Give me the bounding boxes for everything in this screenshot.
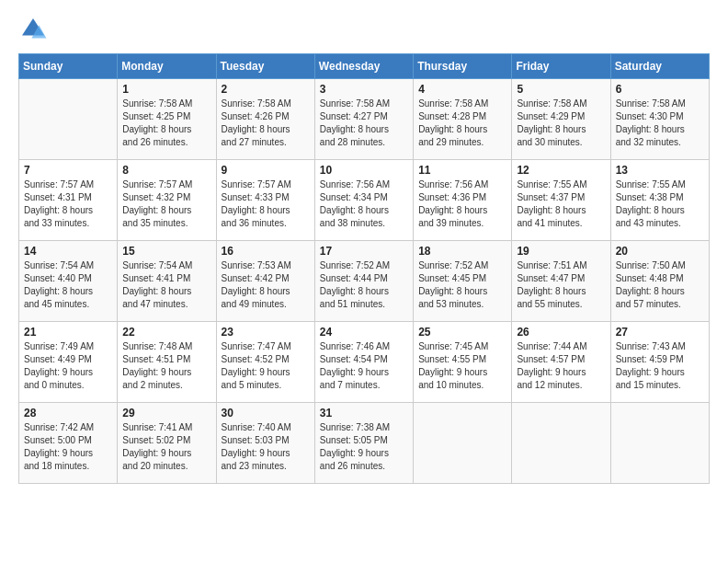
day-number: 19	[517, 245, 605, 258]
day-cell: 25Sunrise: 7:45 AM Sunset: 4:55 PM Dayli…	[414, 322, 512, 403]
day-info: Sunrise: 7:56 AM Sunset: 4:34 PM Dayligh…	[320, 178, 408, 230]
day-cell	[610, 403, 709, 484]
day-number: 30	[222, 407, 310, 419]
day-info: Sunrise: 7:45 AM Sunset: 4:55 PM Dayligh…	[418, 340, 506, 392]
day-cell: 13Sunrise: 7:55 AM Sunset: 4:38 PM Dayli…	[610, 160, 709, 241]
day-number: 14	[24, 245, 112, 258]
day-number: 26	[517, 326, 605, 339]
day-number: 25	[418, 326, 506, 339]
day-info: Sunrise: 7:40 AM Sunset: 5:03 PM Dayligh…	[222, 421, 310, 473]
day-info: Sunrise: 7:47 AM Sunset: 4:52 PM Dayligh…	[222, 340, 310, 392]
day-number: 7	[24, 164, 112, 177]
col-header-tuesday: Tuesday	[216, 54, 314, 79]
day-cell: 17Sunrise: 7:52 AM Sunset: 4:44 PM Dayli…	[314, 241, 413, 322]
day-cell: 3Sunrise: 7:58 AM Sunset: 4:27 PM Daylig…	[314, 79, 413, 160]
day-info: Sunrise: 7:52 AM Sunset: 4:45 PM Dayligh…	[418, 259, 506, 311]
day-info: Sunrise: 7:53 AM Sunset: 4:42 PM Dayligh…	[222, 259, 310, 311]
day-number: 31	[320, 407, 408, 419]
day-cell: 2Sunrise: 7:58 AM Sunset: 4:26 PM Daylig…	[216, 79, 314, 160]
day-number: 16	[222, 245, 310, 258]
day-number: 27	[616, 326, 704, 339]
day-number: 28	[24, 407, 112, 419]
day-cell: 14Sunrise: 7:54 AM Sunset: 4:40 PM Dayli…	[19, 241, 118, 322]
header	[18, 15, 710, 44]
day-number: 5	[517, 83, 605, 96]
week-row-5: 28Sunrise: 7:42 AM Sunset: 5:00 PM Dayli…	[19, 403, 710, 484]
day-info: Sunrise: 7:42 AM Sunset: 5:00 PM Dayligh…	[24, 421, 112, 473]
col-header-sunday: Sunday	[19, 54, 118, 79]
day-cell: 24Sunrise: 7:46 AM Sunset: 4:54 PM Dayli…	[314, 322, 413, 403]
day-cell: 12Sunrise: 7:55 AM Sunset: 4:37 PM Dayli…	[512, 160, 610, 241]
day-number: 24	[320, 326, 408, 339]
day-cell	[512, 403, 610, 484]
day-cell: 4Sunrise: 7:58 AM Sunset: 4:28 PM Daylig…	[414, 79, 512, 160]
day-cell: 1Sunrise: 7:58 AM Sunset: 4:25 PM Daylig…	[118, 79, 216, 160]
day-info: Sunrise: 7:57 AM Sunset: 4:32 PM Dayligh…	[122, 178, 210, 230]
day-cell: 29Sunrise: 7:41 AM Sunset: 5:02 PM Dayli…	[118, 403, 216, 484]
day-number: 22	[122, 326, 210, 339]
day-info: Sunrise: 7:56 AM Sunset: 4:36 PM Dayligh…	[418, 178, 506, 230]
day-info: Sunrise: 7:49 AM Sunset: 4:49 PM Dayligh…	[24, 340, 112, 392]
day-info: Sunrise: 7:58 AM Sunset: 4:27 PM Dayligh…	[320, 98, 408, 149]
day-number: 4	[418, 83, 506, 96]
logo	[18, 15, 51, 44]
col-header-saturday: Saturday	[610, 54, 709, 79]
day-cell: 16Sunrise: 7:53 AM Sunset: 4:42 PM Dayli…	[216, 241, 314, 322]
day-number: 12	[517, 164, 605, 177]
day-cell: 21Sunrise: 7:49 AM Sunset: 4:49 PM Dayli…	[19, 322, 118, 403]
header-row: SundayMondayTuesdayWednesdayThursdayFrid…	[19, 54, 710, 79]
day-cell: 31Sunrise: 7:38 AM Sunset: 5:05 PM Dayli…	[314, 403, 413, 484]
day-cell: 19Sunrise: 7:51 AM Sunset: 4:47 PM Dayli…	[512, 241, 610, 322]
day-number: 8	[122, 164, 210, 177]
day-number: 15	[122, 245, 210, 258]
col-header-monday: Monday	[118, 54, 216, 79]
day-info: Sunrise: 7:57 AM Sunset: 4:33 PM Dayligh…	[222, 178, 310, 230]
day-info: Sunrise: 7:57 AM Sunset: 4:31 PM Dayligh…	[24, 178, 112, 230]
day-info: Sunrise: 7:51 AM Sunset: 4:47 PM Dayligh…	[517, 259, 605, 311]
day-number: 9	[222, 164, 310, 177]
day-info: Sunrise: 7:44 AM Sunset: 4:57 PM Dayligh…	[517, 340, 605, 392]
day-number: 13	[616, 164, 704, 177]
day-cell: 30Sunrise: 7:40 AM Sunset: 5:03 PM Dayli…	[216, 403, 314, 484]
day-info: Sunrise: 7:54 AM Sunset: 4:40 PM Dayligh…	[24, 259, 112, 311]
day-info: Sunrise: 7:58 AM Sunset: 4:26 PM Dayligh…	[222, 98, 310, 149]
day-cell: 10Sunrise: 7:56 AM Sunset: 4:34 PM Dayli…	[314, 160, 413, 241]
day-number: 23	[222, 326, 310, 339]
day-cell: 5Sunrise: 7:58 AM Sunset: 4:29 PM Daylig…	[512, 79, 610, 160]
day-number: 11	[418, 164, 506, 177]
day-cell: 7Sunrise: 7:57 AM Sunset: 4:31 PM Daylig…	[19, 160, 118, 241]
day-info: Sunrise: 7:50 AM Sunset: 4:48 PM Dayligh…	[616, 259, 704, 311]
week-row-3: 14Sunrise: 7:54 AM Sunset: 4:40 PM Dayli…	[19, 241, 710, 322]
day-cell	[414, 403, 512, 484]
day-info: Sunrise: 7:58 AM Sunset: 4:28 PM Dayligh…	[418, 98, 506, 149]
day-number: 10	[320, 164, 408, 177]
day-number: 21	[24, 326, 112, 339]
day-info: Sunrise: 7:58 AM Sunset: 4:25 PM Dayligh…	[122, 98, 210, 149]
week-row-1: 1Sunrise: 7:58 AM Sunset: 4:25 PM Daylig…	[19, 79, 710, 160]
day-info: Sunrise: 7:46 AM Sunset: 4:54 PM Dayligh…	[320, 340, 408, 392]
day-info: Sunrise: 7:43 AM Sunset: 4:59 PM Dayligh…	[616, 340, 704, 392]
day-cell: 22Sunrise: 7:48 AM Sunset: 4:51 PM Dayli…	[118, 322, 216, 403]
day-cell: 9Sunrise: 7:57 AM Sunset: 4:33 PM Daylig…	[216, 160, 314, 241]
day-number: 6	[616, 83, 704, 96]
day-info: Sunrise: 7:54 AM Sunset: 4:41 PM Dayligh…	[122, 259, 210, 311]
day-info: Sunrise: 7:41 AM Sunset: 5:02 PM Dayligh…	[122, 421, 210, 473]
day-info: Sunrise: 7:58 AM Sunset: 4:29 PM Dayligh…	[517, 98, 605, 149]
day-info: Sunrise: 7:55 AM Sunset: 4:38 PM Dayligh…	[616, 178, 704, 230]
day-cell: 23Sunrise: 7:47 AM Sunset: 4:52 PM Dayli…	[216, 322, 314, 403]
day-info: Sunrise: 7:48 AM Sunset: 4:51 PM Dayligh…	[122, 340, 210, 392]
day-cell: 6Sunrise: 7:58 AM Sunset: 4:30 PM Daylig…	[610, 79, 709, 160]
week-row-4: 21Sunrise: 7:49 AM Sunset: 4:49 PM Dayli…	[19, 322, 710, 403]
day-number: 2	[222, 83, 310, 96]
col-header-thursday: Thursday	[414, 54, 512, 79]
day-cell: 26Sunrise: 7:44 AM Sunset: 4:57 PM Dayli…	[512, 322, 610, 403]
page-container: SundayMondayTuesdayWednesdayThursdayFrid…	[0, 0, 728, 493]
day-number: 18	[418, 245, 506, 258]
day-info: Sunrise: 7:52 AM Sunset: 4:44 PM Dayligh…	[320, 259, 408, 311]
day-number: 1	[122, 83, 210, 96]
week-row-2: 7Sunrise: 7:57 AM Sunset: 4:31 PM Daylig…	[19, 160, 710, 241]
day-info: Sunrise: 7:38 AM Sunset: 5:05 PM Dayligh…	[320, 421, 408, 473]
day-cell	[19, 79, 118, 160]
day-cell: 15Sunrise: 7:54 AM Sunset: 4:41 PM Dayli…	[118, 241, 216, 322]
day-number: 29	[122, 407, 210, 419]
